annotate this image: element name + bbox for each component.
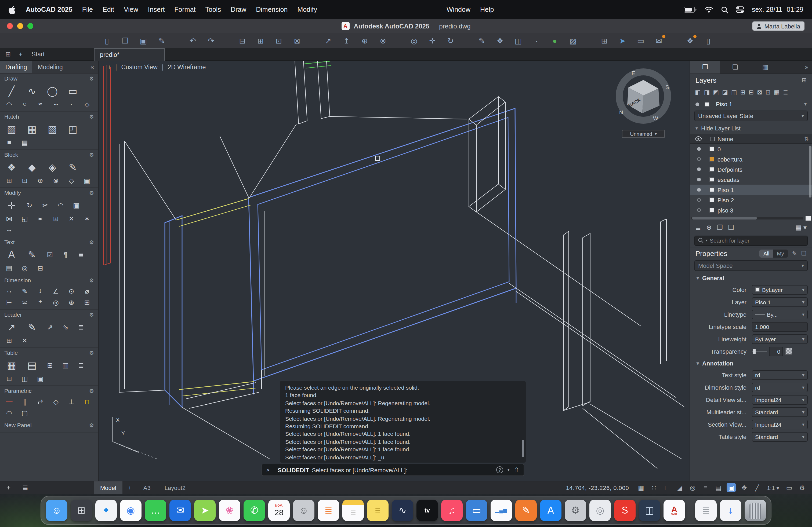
user-account-chip[interactable]: Marta Labella: [753, 21, 804, 31]
menu-clock[interactable]: sex. 28/1101:29: [752, 6, 803, 13]
aligned-dimension-icon[interactable]: ✎: [19, 286, 31, 296]
add-sheet-icon[interactable]: +: [6, 483, 11, 492]
command-history-scrollbar[interactable]: [522, 440, 524, 457]
wireframe-blue-line-2[interactable]: [165, 216, 182, 407]
explode-icon[interactable]: ✶: [81, 213, 93, 224]
dock-app-messages[interactable]: …: [145, 500, 166, 521]
tool-sets-tab[interactable]: ❏: [720, 61, 750, 74]
wireframe-white-line-16[interactable]: [295, 61, 299, 124]
match-properties-icon[interactable]: ✎: [476, 35, 488, 46]
dock-app-documents-stack[interactable]: ≣: [695, 500, 717, 521]
dock-app-mail[interactable]: ✉: [170, 500, 191, 521]
scale-text-icon[interactable]: ⊟: [34, 262, 46, 273]
wireframe-white-line-38[interactable]: [590, 404, 682, 459]
solid-fill-icon[interactable]: ■: [3, 137, 15, 148]
export-pdf-icon[interactable]: ↥: [340, 35, 352, 46]
gear-icon[interactable]: ⚙: [89, 277, 94, 283]
lineweight-display-icon[interactable]: ≡: [701, 483, 710, 492]
continue-dimension-icon[interactable]: ≍: [19, 297, 31, 307]
dock-app-finder[interactable]: ☺: [46, 500, 68, 521]
property-field-multileader-st-[interactable]: Standard▾: [752, 407, 808, 417]
sheets-tab[interactable]: ▦: [750, 61, 780, 74]
command-help-icon[interactable]: ?: [496, 466, 503, 473]
wireframe-white-line-37[interactable]: [509, 283, 676, 398]
insert-columns-icon[interactable]: ▥: [60, 360, 71, 371]
layer-status-dot[interactable]: [697, 147, 700, 151]
save-as-icon[interactable]: ✎: [156, 35, 168, 46]
wireframe-white-line-30[interactable]: [469, 184, 505, 212]
auto-constrain-icon[interactable]: ⇄: [34, 396, 46, 407]
arc-icon[interactable]: ◠: [3, 99, 15, 109]
single-line-text-icon[interactable]: A: [3, 247, 20, 262]
point-icon[interactable]: ∙: [66, 99, 77, 109]
property-field-detail-view-st-[interactable]: Imperial24▾: [752, 395, 808, 404]
start-tab[interactable]: Start: [32, 51, 45, 57]
compass-s-label[interactable]: S: [665, 84, 669, 90]
transparency-value[interactable]: 0: [769, 346, 783, 356]
collapse-palette-icon[interactable]: «: [86, 64, 98, 70]
help-center-icon[interactable]: ❖: [684, 35, 696, 46]
property-field-text-style[interactable]: rd▾: [752, 370, 808, 380]
set-base-point-icon[interactable]: ◇: [66, 175, 77, 186]
hscroll-thumb[interactable]: [692, 217, 757, 220]
dock-app-music[interactable]: ♫: [441, 500, 463, 521]
property-section-general[interactable]: ▾General: [690, 272, 812, 283]
menu-item-insert[interactable]: Insert: [148, 6, 165, 13]
layer-unlock-icon[interactable]: ⊡: [766, 89, 771, 96]
page-setup-icon[interactable]: ⊡: [273, 35, 285, 46]
tab-overview-icon[interactable]: ⊞: [5, 50, 11, 58]
transparency-slider[interactable]: [752, 348, 767, 355]
layer-states-tool-icon[interactable]: ≣: [783, 89, 788, 96]
ortho-mode-icon[interactable]: ∟: [662, 483, 671, 492]
edit-table-icon[interactable]: ▣: [34, 373, 46, 384]
clean-screen-icon[interactable]: ▭: [785, 483, 794, 492]
wifi-icon[interactable]: [705, 6, 713, 13]
layer-status-dot[interactable]: [697, 198, 700, 202]
layer-status-dot[interactable]: [697, 167, 700, 171]
wireframe-blue-line-0[interactable]: [249, 108, 516, 381]
dock-app-analytics[interactable]: ▂▄▆: [491, 500, 512, 521]
wireframe-white-line-34[interactable]: [583, 234, 590, 406]
export-dwf-icon[interactable]: ↗: [322, 35, 334, 46]
gear-icon[interactable]: ⚙: [89, 75, 94, 81]
radius-dimension-icon[interactable]: ⊙: [66, 286, 77, 296]
dock-app-pencil-app[interactable]: ✎: [515, 500, 537, 521]
annotation-scale-icon[interactable]: 1:1 ▾: [765, 483, 781, 492]
perpendicular-constraint-icon[interactable]: ⊥: [66, 396, 77, 407]
collect-leaders-icon[interactable]: ⊞: [3, 335, 15, 346]
gear-icon[interactable]: ⚙: [89, 190, 94, 196]
layout-tab-layout2[interactable]: Layout2: [158, 481, 192, 494]
plot-preview-icon[interactable]: ⊞: [255, 35, 266, 46]
sheet-list-icon[interactable]: ≣: [22, 483, 28, 492]
current-layer-color-swatch[interactable]: [705, 102, 709, 107]
quick-select-icon[interactable]: ✎: [792, 250, 797, 257]
wireframe-white-line-25[interactable]: [469, 96, 505, 125]
layer-isolate-icon[interactable]: ⊠: [757, 89, 762, 96]
polyline-icon[interactable]: ∿: [24, 84, 40, 98]
dock-app-cad-viewer[interactable]: ◫: [639, 500, 660, 521]
paragraph-icon[interactable]: ¶: [60, 249, 71, 260]
layer-row[interactable]: Piso 2: [690, 195, 812, 205]
wireframe-white-line-24[interactable]: [220, 136, 249, 197]
vertical-dimension-icon[interactable]: ↕: [34, 286, 46, 296]
layer-row[interactable]: Defpoints: [690, 164, 812, 175]
layer-color-swatch[interactable]: [709, 147, 714, 151]
search-icon[interactable]: [721, 6, 728, 13]
property-field-color[interactable]: ByLayer▾: [752, 285, 808, 295]
layer-status-dot[interactable]: [697, 208, 700, 212]
new-layer-group-icon[interactable]: ⊕: [706, 224, 712, 231]
find-text-icon[interactable]: ◎: [19, 262, 31, 273]
parallel-constraint-icon[interactable]: ∥: [19, 396, 31, 407]
create-block-icon[interactable]: ◆: [24, 160, 40, 175]
polar-tracking-icon[interactable]: ◢: [675, 483, 684, 492]
tolerance-icon[interactable]: ▤: [19, 137, 31, 148]
viewcube-graphic[interactable]: N E S W BACK: [612, 65, 675, 127]
layer-match-icon[interactable]: ⊟: [749, 89, 754, 96]
move-icon[interactable]: ✛: [3, 198, 20, 212]
wireframe-white-line-40[interactable]: [476, 212, 641, 326]
array-icon[interactable]: ⊞: [50, 213, 62, 224]
linear-dimension-icon[interactable]: ↔: [3, 286, 15, 296]
batch-plot-icon[interactable]: ⊠: [291, 35, 303, 46]
viewport-plus-button[interactable]: +: [107, 64, 111, 70]
gear-icon[interactable]: ⚙: [89, 422, 94, 428]
